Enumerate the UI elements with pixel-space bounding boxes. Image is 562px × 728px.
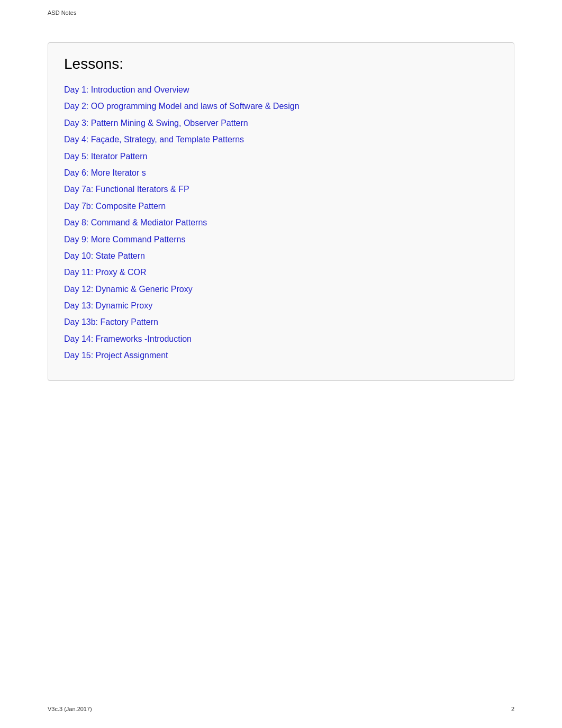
lessons-heading: Lessons: [64, 56, 498, 72]
page-footer: V3c.3 (Jan.2017) 2 [48, 706, 514, 712]
page-number: 2 [511, 706, 514, 712]
lesson-link-day6[interactable]: Day 6: More Iterator s [64, 165, 498, 181]
version-label: V3c.3 (Jan.2017) [48, 706, 92, 712]
lesson-link-day4[interactable]: Day 4: Façade, Strategy, and Template Pa… [64, 132, 498, 148]
lesson-link-day10[interactable]: Day 10: State Pattern [64, 248, 498, 265]
lesson-link-day3[interactable]: Day 3: Pattern Mining & Swing, Observer … [64, 115, 498, 132]
document-title: ASD Notes [48, 10, 76, 16]
main-content: Lessons: Day 1: Introduction and Overvie… [0, 21, 562, 402]
lesson-link-day5[interactable]: Day 5: Iterator Pattern [64, 149, 498, 165]
lesson-link-day1[interactable]: Day 1: Introduction and Overview [64, 82, 498, 98]
lesson-link-day14[interactable]: Day 14: Frameworks -Introduction [64, 331, 498, 348]
lesson-link-day15[interactable]: Day 15: Project Assignment [64, 348, 498, 364]
lesson-link-day2[interactable]: Day 2: OO programming Model and laws of … [64, 98, 498, 115]
page-header: ASD Notes [0, 0, 562, 21]
lesson-link-day13[interactable]: Day 13: Dynamic Proxy [64, 298, 498, 314]
lesson-link-day7a[interactable]: Day 7a: Functional Iterators & FP [64, 181, 498, 198]
lesson-link-day13b[interactable]: Day 13b: Factory Pattern [64, 314, 498, 331]
lesson-link-day8[interactable]: Day 8: Command & Mediator Patterns [64, 215, 498, 231]
lesson-link-day12[interactable]: Day 12: Dynamic & Generic Proxy [64, 281, 498, 298]
lessons-box: Lessons: Day 1: Introduction and Overvie… [48, 42, 514, 381]
lesson-link-day11[interactable]: Day 11: Proxy & COR [64, 265, 498, 281]
lessons-list: Day 1: Introduction and OverviewDay 2: O… [64, 82, 498, 365]
lesson-link-day7b[interactable]: Day 7b: Composite Pattern [64, 198, 498, 215]
lesson-link-day9[interactable]: Day 9: More Command Patterns [64, 232, 498, 248]
